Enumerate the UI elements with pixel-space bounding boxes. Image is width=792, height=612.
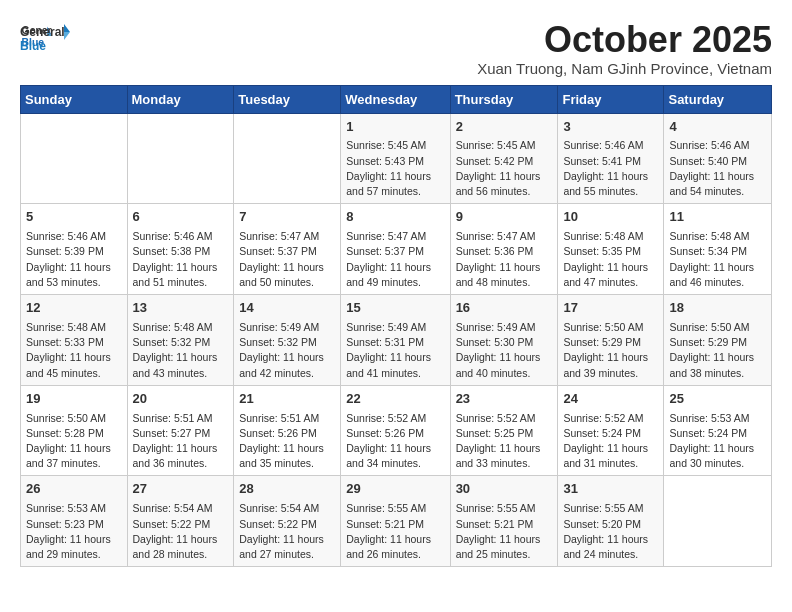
day-cell-31: 31Sunrise: 5:55 AMSunset: 5:20 PMDayligh…	[558, 476, 664, 567]
week-row-5: 26Sunrise: 5:53 AMSunset: 5:23 PMDayligh…	[21, 476, 772, 567]
week-row-3: 12Sunrise: 5:48 AMSunset: 5:33 PMDayligh…	[21, 295, 772, 386]
day-cell-16: 16Sunrise: 5:49 AMSunset: 5:30 PMDayligh…	[450, 295, 558, 386]
day-cell-8: 8Sunrise: 5:47 AMSunset: 5:37 PMDaylight…	[341, 204, 450, 295]
day-info-line: Sunrise: 5:53 AM	[26, 501, 122, 516]
location-subtitle: Xuan Truong, Nam GJinh Province, Vietnam	[477, 60, 772, 77]
day-number: 4	[669, 118, 766, 137]
day-cell-15: 15Sunrise: 5:49 AMSunset: 5:31 PMDayligh…	[341, 295, 450, 386]
day-cell-19: 19Sunrise: 5:50 AMSunset: 5:28 PMDayligh…	[21, 385, 128, 476]
day-info-line: Sunset: 5:33 PM	[26, 335, 122, 350]
day-number: 13	[133, 299, 229, 318]
day-info-line: Daylight: 11 hours and 24 minutes.	[563, 532, 658, 562]
day-info-line: Sunrise: 5:55 AM	[563, 501, 658, 516]
day-info-line: Daylight: 11 hours and 29 minutes.	[26, 532, 122, 562]
day-info-line: Sunset: 5:34 PM	[669, 244, 766, 259]
day-number: 23	[456, 390, 553, 409]
day-number: 1	[346, 118, 444, 137]
day-info-line: Sunrise: 5:48 AM	[669, 229, 766, 244]
svg-text:Blue: Blue	[20, 39, 46, 53]
day-cell-25: 25Sunrise: 5:53 AMSunset: 5:24 PMDayligh…	[664, 385, 772, 476]
day-info-line: Sunset: 5:38 PM	[133, 244, 229, 259]
day-number: 26	[26, 480, 122, 499]
day-info-line: Sunrise: 5:52 AM	[456, 411, 553, 426]
weekday-header-row: SundayMondayTuesdayWednesdayThursdayFrid…	[21, 85, 772, 113]
day-info-line: Sunrise: 5:46 AM	[563, 138, 658, 153]
day-info-line: Sunset: 5:22 PM	[239, 517, 335, 532]
day-info-line: Sunrise: 5:49 AM	[346, 320, 444, 335]
day-info-line: Sunrise: 5:50 AM	[563, 320, 658, 335]
week-row-4: 19Sunrise: 5:50 AMSunset: 5:28 PMDayligh…	[21, 385, 772, 476]
day-info-line: Sunset: 5:39 PM	[26, 244, 122, 259]
day-info-line: Sunrise: 5:47 AM	[346, 229, 444, 244]
day-cell-17: 17Sunrise: 5:50 AMSunset: 5:29 PMDayligh…	[558, 295, 664, 386]
day-info-line: Sunrise: 5:47 AM	[456, 229, 553, 244]
day-info-line: Sunrise: 5:46 AM	[669, 138, 766, 153]
day-number: 5	[26, 208, 122, 227]
day-number: 15	[346, 299, 444, 318]
day-cell-6: 6Sunrise: 5:46 AMSunset: 5:38 PMDaylight…	[127, 204, 234, 295]
day-cell-23: 23Sunrise: 5:52 AMSunset: 5:25 PMDayligh…	[450, 385, 558, 476]
day-info-line: Sunrise: 5:45 AM	[456, 138, 553, 153]
day-info-line: Daylight: 11 hours and 38 minutes.	[669, 350, 766, 380]
day-info-line: Daylight: 11 hours and 55 minutes.	[563, 169, 658, 199]
empty-cell	[234, 113, 341, 204]
empty-cell	[664, 476, 772, 567]
day-cell-3: 3Sunrise: 5:46 AMSunset: 5:41 PMDaylight…	[558, 113, 664, 204]
day-cell-7: 7Sunrise: 5:47 AMSunset: 5:37 PMDaylight…	[234, 204, 341, 295]
day-info-line: Sunset: 5:25 PM	[456, 426, 553, 441]
day-info-line: Daylight: 11 hours and 35 minutes.	[239, 441, 335, 471]
day-info-line: Daylight: 11 hours and 30 minutes.	[669, 441, 766, 471]
day-info-line: Sunset: 5:41 PM	[563, 154, 658, 169]
calendar-table: SundayMondayTuesdayWednesdayThursdayFrid…	[20, 85, 772, 568]
svg-text:General: General	[20, 25, 65, 39]
day-cell-28: 28Sunrise: 5:54 AMSunset: 5:22 PMDayligh…	[234, 476, 341, 567]
day-info-line: Sunset: 5:32 PM	[133, 335, 229, 350]
day-info-line: Sunset: 5:28 PM	[26, 426, 122, 441]
day-info-line: Sunrise: 5:51 AM	[133, 411, 229, 426]
day-info-line: Sunset: 5:40 PM	[669, 154, 766, 169]
day-number: 31	[563, 480, 658, 499]
day-number: 10	[563, 208, 658, 227]
day-info-line: Sunrise: 5:49 AM	[456, 320, 553, 335]
day-info-line: Daylight: 11 hours and 28 minutes.	[133, 532, 229, 562]
day-info-line: Sunrise: 5:50 AM	[26, 411, 122, 426]
day-number: 17	[563, 299, 658, 318]
day-number: 8	[346, 208, 444, 227]
day-cell-9: 9Sunrise: 5:47 AMSunset: 5:36 PMDaylight…	[450, 204, 558, 295]
day-info-line: Daylight: 11 hours and 49 minutes.	[346, 260, 444, 290]
day-info-line: Daylight: 11 hours and 54 minutes.	[669, 169, 766, 199]
day-info-line: Daylight: 11 hours and 56 minutes.	[456, 169, 553, 199]
day-cell-1: 1Sunrise: 5:45 AMSunset: 5:43 PMDaylight…	[341, 113, 450, 204]
day-info-line: Sunrise: 5:53 AM	[669, 411, 766, 426]
day-info-line: Daylight: 11 hours and 53 minutes.	[26, 260, 122, 290]
day-number: 27	[133, 480, 229, 499]
day-info-line: Sunset: 5:43 PM	[346, 154, 444, 169]
logo-block: General Blue	[20, 20, 70, 60]
day-info-line: Daylight: 11 hours and 43 minutes.	[133, 350, 229, 380]
day-info-line: Sunset: 5:22 PM	[133, 517, 229, 532]
empty-cell	[21, 113, 128, 204]
weekday-header-wednesday: Wednesday	[341, 85, 450, 113]
day-info-line: Daylight: 11 hours and 27 minutes.	[239, 532, 335, 562]
day-info-line: Sunset: 5:42 PM	[456, 154, 553, 169]
day-number: 12	[26, 299, 122, 318]
weekday-header-monday: Monday	[127, 85, 234, 113]
month-title: October 2025	[477, 20, 772, 60]
day-info-line: Daylight: 11 hours and 40 minutes.	[456, 350, 553, 380]
day-info-line: Daylight: 11 hours and 51 minutes.	[133, 260, 229, 290]
day-info-line: Daylight: 11 hours and 48 minutes.	[456, 260, 553, 290]
day-info-line: Daylight: 11 hours and 57 minutes.	[346, 169, 444, 199]
day-cell-27: 27Sunrise: 5:54 AMSunset: 5:22 PMDayligh…	[127, 476, 234, 567]
day-info-line: Sunrise: 5:50 AM	[669, 320, 766, 335]
day-cell-18: 18Sunrise: 5:50 AMSunset: 5:29 PMDayligh…	[664, 295, 772, 386]
day-info-line: Sunset: 5:29 PM	[563, 335, 658, 350]
day-number: 28	[239, 480, 335, 499]
day-number: 18	[669, 299, 766, 318]
day-info-line: Sunset: 5:21 PM	[456, 517, 553, 532]
day-info-line: Sunrise: 5:54 AM	[133, 501, 229, 516]
day-cell-4: 4Sunrise: 5:46 AMSunset: 5:40 PMDaylight…	[664, 113, 772, 204]
day-info-line: Sunrise: 5:48 AM	[563, 229, 658, 244]
day-info-line: Sunset: 5:27 PM	[133, 426, 229, 441]
day-info-line: Sunset: 5:31 PM	[346, 335, 444, 350]
day-cell-20: 20Sunrise: 5:51 AMSunset: 5:27 PMDayligh…	[127, 385, 234, 476]
